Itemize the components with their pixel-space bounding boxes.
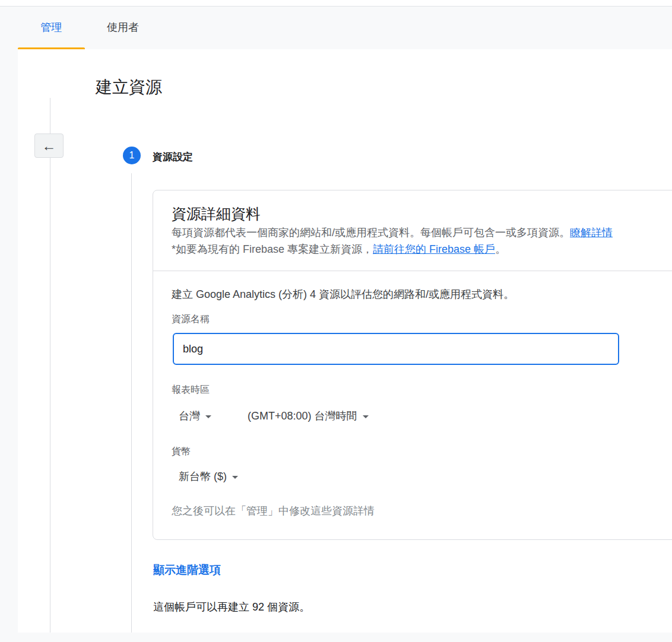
card-description: 每項資源都代表一個商家的網站和/或應用程式資料。每個帳戶可包含一或多項資源。瞭解… [172,224,613,258]
edit-later-note: 您之後可以在「管理」中修改這些資源詳情 [172,504,375,518]
property-name-input[interactable] [173,333,619,365]
dropdown-caret-icon [205,415,211,418]
property-name-label: 資源名稱 [172,313,210,326]
currency-dropdown[interactable]: 新台幣 ($) [179,469,238,484]
card-divider [153,271,672,271]
top-white-strip [0,0,672,6]
show-advanced-options-link[interactable]: 顯示進階選項 [153,562,221,578]
tab-admin[interactable]: 管理 [18,7,85,48]
ga4-intro-text: 建立 Google Analytics (分析) 4 資源以評估您的網路和/或應… [172,287,514,301]
firebase-account-link[interactable]: 請前往您的 Firebase 帳戶 [373,243,495,255]
tab-bar: 管理 使用者 [0,6,672,49]
learn-more-link[interactable]: 瞭解詳情 [570,227,613,239]
timezone-country-dropdown[interactable]: 台灣 [179,409,211,423]
timezone-value-dropdown[interactable]: (GMT+08:00) 台灣時間 [248,409,369,423]
step-number: 1 [129,150,135,161]
timezone-label: 報表時區 [172,384,210,396]
desc-line1: 每項資源都代表一個商家的網站和/或應用程式資料。每個帳戶可包含一或多項資源。 [172,227,570,239]
dropdown-caret-icon [232,476,238,479]
back-arrow-icon: ← [42,138,56,154]
desc-line2: *如要為現有的 Firebase 專案建立新資源， [172,243,373,255]
dropdown-caret-icon [363,415,369,418]
timezone-country-value: 台灣 [179,409,200,423]
property-details-card: 資源詳細資料 每項資源都代表一個商家的網站和/或應用程式資料。每個帳戶可包含一或… [153,190,672,540]
currency-label: 貨幣 [172,446,191,458]
timezone-value: (GMT+08:00) 台灣時間 [248,409,357,423]
property-quota-note: 這個帳戶可以再建立 92 個資源。 [153,600,310,614]
page-title: 建立資源 [96,76,162,98]
step-label: 資源設定 [153,150,193,164]
step-connector-line [131,173,132,633]
timezone-row: 台灣 (GMT+08:00) 台灣時間 [179,409,369,423]
back-button[interactable]: ← [34,134,64,158]
step-number-badge: 1 [123,147,141,164]
left-guide-line [50,98,50,633]
card-heading: 資源詳細資料 [172,204,261,224]
currency-value: 新台幣 ($) [179,469,227,484]
tab-users[interactable]: 使用者 [107,7,139,48]
desc-line2-suffix: 。 [495,243,506,255]
currency-row: 新台幣 ($) [179,469,238,484]
